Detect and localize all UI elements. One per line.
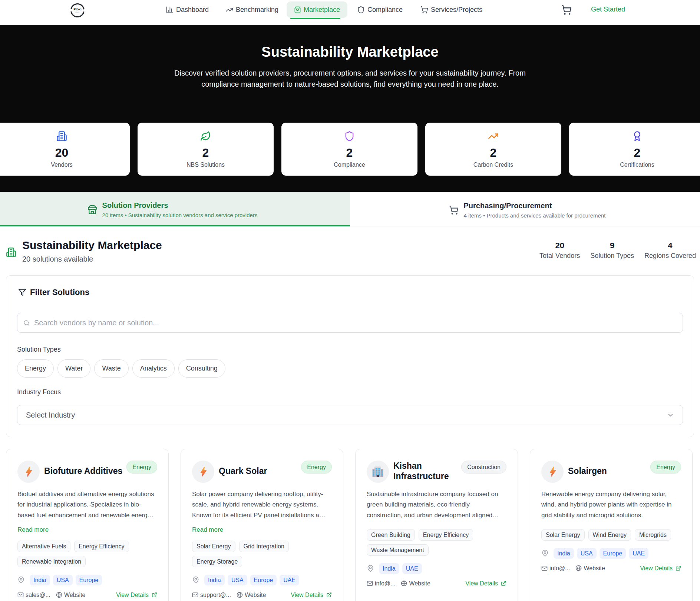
svg-text:Earth: Earth <box>76 11 80 13</box>
svg-text:Ploxi: Ploxi <box>73 7 82 11</box>
